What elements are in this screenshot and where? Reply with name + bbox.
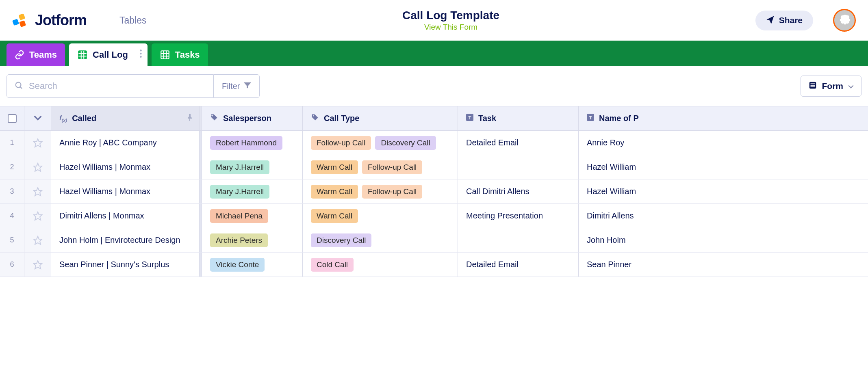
call-type-tag[interactable]: Follow-up Call: [362, 185, 422, 199]
row-number: 3: [0, 179, 24, 203]
star-button[interactable]: [24, 179, 51, 203]
search-icon: [14, 81, 23, 91]
table-body: 1Annie Roy | ABC CompanyRobert HammondFo…: [0, 131, 868, 277]
call-type-tag[interactable]: Warm Call: [311, 160, 358, 174]
column-salesperson[interactable]: Salesperson: [202, 106, 303, 130]
svg-line-17: [20, 87, 22, 89]
cell-name[interactable]: Annie Roy: [579, 131, 660, 155]
table-row[interactable]: 6Sean Pinner | Sunny's SurplusVickie Con…: [0, 253, 868, 277]
svg-marker-30: [34, 188, 42, 196]
cell-salesperson[interactable]: Mary J.Harrell: [202, 155, 303, 179]
star-button[interactable]: [24, 131, 51, 155]
salesperson-tag[interactable]: Archie Peters: [210, 233, 268, 247]
svg-rect-21: [810, 86, 815, 87]
star-button[interactable]: [24, 228, 51, 252]
column-name[interactable]: T Name of P: [579, 106, 660, 130]
cell-call-type[interactable]: Discovery Call: [303, 228, 458, 252]
svg-rect-19: [810, 83, 815, 84]
search-wrap[interactable]: [7, 74, 214, 98]
share-button[interactable]: Share: [755, 11, 813, 30]
cell-called[interactable]: Annie Roy | ABC Company: [51, 131, 200, 155]
grid-icon: [160, 50, 170, 60]
logo-section: Jotform Tables: [12, 11, 146, 29]
cell-name[interactable]: Hazel William: [579, 155, 660, 179]
svg-marker-29: [34, 163, 42, 171]
cell-name[interactable]: Sean Pinner: [579, 253, 660, 277]
tag-icon: [311, 113, 319, 123]
call-type-tag[interactable]: Warm Call: [311, 185, 358, 199]
cell-called[interactable]: John Holm | Envirotecture Design: [51, 228, 200, 252]
tab-call-log[interactable]: Call Log: [69, 43, 148, 66]
tab-menu-icon[interactable]: [140, 50, 142, 60]
column-task[interactable]: T Task: [458, 106, 579, 130]
star-button[interactable]: [24, 155, 51, 179]
section-label[interactable]: Tables: [119, 15, 146, 26]
salesperson-tag[interactable]: Mary J.Harrell: [210, 185, 269, 199]
table-row[interactable]: 2Hazel Williams | MonmaxMary J.HarrellWa…: [0, 155, 868, 179]
call-type-tag[interactable]: Cold Call: [311, 258, 354, 272]
toolbar: Filter Form: [0, 66, 868, 106]
cell-called[interactable]: Hazel Williams | Monmax: [51, 155, 200, 179]
cell-salesperson[interactable]: Michael Pena: [202, 204, 303, 228]
view-form-link[interactable]: View This Form: [424, 23, 477, 32]
call-type-tag[interactable]: Discovery Call: [311, 233, 371, 247]
call-type-tag[interactable]: Warm Call: [311, 209, 358, 223]
table-row[interactable]: 4Dimitri Allens | MonmaxMichael PenaWarm…: [0, 204, 868, 228]
table-header: f(x) Called Salesperson Call Type T Task: [0, 106, 868, 131]
svg-point-22: [212, 115, 213, 117]
call-type-tag[interactable]: Follow-up Call: [362, 160, 422, 174]
filter-button[interactable]: Filter: [214, 74, 260, 98]
svg-point-16: [16, 82, 21, 88]
cell-name[interactable]: Dimitri Allens: [579, 204, 660, 228]
cell-call-type[interactable]: Cold Call: [303, 253, 458, 277]
data-table: f(x) Called Salesperson Call Type T Task: [0, 106, 868, 277]
cell-salesperson[interactable]: Archie Peters: [202, 228, 303, 252]
cell-salesperson[interactable]: Vickie Conte: [202, 253, 303, 277]
svg-point-9: [140, 53, 141, 54]
star-button[interactable]: [24, 253, 51, 277]
salesperson-tag[interactable]: Mary J.Harrell: [210, 160, 269, 174]
cell-name[interactable]: John Holm: [579, 228, 660, 252]
logo-icon: [12, 13, 28, 28]
salesperson-tag[interactable]: Michael Pena: [210, 209, 268, 223]
cell-salesperson[interactable]: Robert Hammond: [202, 131, 303, 155]
cell-called[interactable]: Dimitri Allens | Monmax: [51, 204, 200, 228]
form-view-button[interactable]: Form: [801, 76, 862, 97]
cell-called[interactable]: Hazel Williams | Monmax: [51, 179, 200, 203]
cell-task[interactable]: Detailed Email: [458, 131, 579, 155]
cell-salesperson[interactable]: Mary J.Harrell: [202, 179, 303, 203]
cell-task[interactable]: [458, 228, 579, 252]
cell-task[interactable]: Meeting Presentation: [458, 204, 579, 228]
expand-header[interactable]: [24, 106, 51, 130]
tab-tasks[interactable]: Tasks: [152, 43, 208, 66]
column-called[interactable]: f(x) Called: [51, 106, 200, 130]
table-row[interactable]: 5John Holm | Envirotecture DesignArchie …: [0, 228, 868, 253]
link-icon: [15, 50, 24, 60]
avatar[interactable]: [833, 9, 856, 32]
cell-task[interactable]: Detailed Email: [458, 253, 579, 277]
cell-called[interactable]: Sean Pinner | Sunny's Surplus: [51, 253, 200, 277]
call-type-tag[interactable]: Discovery Call: [375, 136, 436, 150]
table-row[interactable]: 3Hazel Williams | MonmaxMary J.HarrellWa…: [0, 179, 868, 204]
app-header: Jotform Tables Call Log Template View Th…: [0, 0, 868, 41]
cell-call-type[interactable]: Warm Call: [303, 204, 458, 228]
cell-name[interactable]: Hazel William: [579, 179, 660, 203]
formula-icon: f(x): [59, 114, 67, 123]
salesperson-tag[interactable]: Vickie Conte: [210, 258, 265, 272]
cell-call-type[interactable]: Warm CallFollow-up Call: [303, 179, 458, 203]
pin-icon[interactable]: [187, 114, 193, 123]
star-button[interactable]: [24, 204, 51, 228]
svg-text:T: T: [468, 115, 471, 120]
select-all-checkbox[interactable]: [8, 114, 17, 123]
salesperson-tag[interactable]: Robert Hammond: [210, 136, 282, 150]
table-row[interactable]: 1Annie Roy | ABC CompanyRobert HammondFo…: [0, 131, 868, 155]
column-label: Call Type: [324, 114, 359, 123]
cell-call-type[interactable]: Follow-up CallDiscovery Call: [303, 131, 458, 155]
cell-task[interactable]: Call Dimitri Allens: [458, 179, 579, 203]
cell-task[interactable]: [458, 155, 579, 179]
call-type-tag[interactable]: Follow-up Call: [311, 136, 371, 150]
search-input[interactable]: [29, 81, 206, 91]
column-call-type[interactable]: Call Type: [303, 106, 458, 130]
tab-teams[interactable]: Teams: [7, 43, 65, 66]
cell-call-type[interactable]: Warm CallFollow-up Call: [303, 155, 458, 179]
